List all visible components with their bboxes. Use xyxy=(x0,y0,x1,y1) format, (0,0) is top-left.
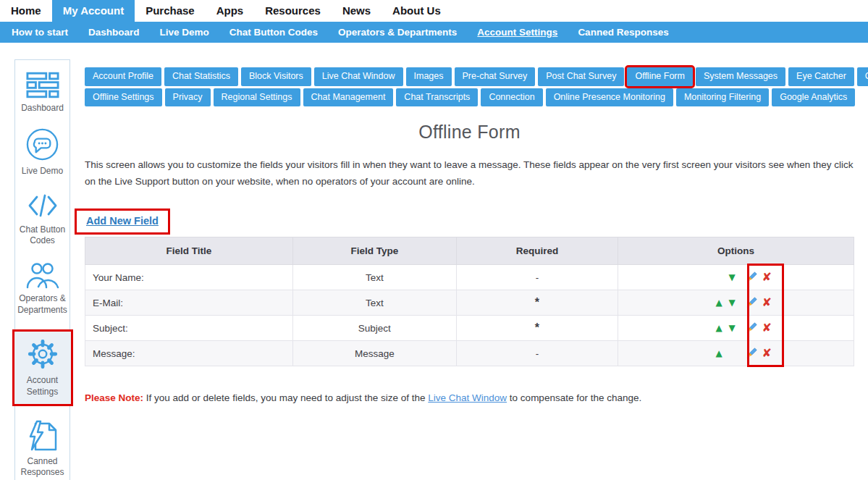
required-cell: * xyxy=(456,290,618,316)
delete-x-icon[interactable]: ✘ xyxy=(762,322,772,334)
fields-table: Field Title Field Type Required Options … xyxy=(85,237,854,366)
move-up-icon[interactable]: ▲ xyxy=(714,323,725,333)
required-cell: - xyxy=(456,341,618,366)
options-cell: ▲ ▼ ✘ xyxy=(618,265,854,290)
options-cell: ▲ ▼ ✘ xyxy=(618,341,854,366)
sidebar-item-live-demo[interactable]: Live Demo xyxy=(15,127,69,177)
delete-x-icon[interactable]: ✘ xyxy=(762,271,772,283)
sub-nav-account-settings[interactable]: Account Settings xyxy=(467,22,568,43)
top-nav-news[interactable]: News xyxy=(332,0,382,22)
col-header-field-title: Field Title xyxy=(85,237,293,265)
table-row: Message: Message - ▲ ▼ ✘ xyxy=(85,341,854,366)
move-down-icon[interactable]: ▼ xyxy=(727,272,738,282)
delete-x-icon[interactable]: ✘ xyxy=(762,297,772,308)
tab-monitoring-filtering[interactable]: Monitoring Filtering xyxy=(676,88,769,107)
col-header-options: Options xyxy=(618,237,854,265)
sub-nav-canned-responses[interactable]: Canned Responses xyxy=(568,22,678,43)
sidebar: Dashboard Live Demo xyxy=(14,59,70,480)
tab-chat-invitation[interactable]: Chat Invitation xyxy=(857,67,868,86)
tab-chat-management[interactable]: Chat Management xyxy=(303,88,394,107)
options-cell: ▲ ▼ ✘ xyxy=(618,316,854,341)
sub-nav-live-demo[interactable]: Live Demo xyxy=(150,22,219,43)
sidebar-item-canned-responses[interactable]: Canned Responses xyxy=(15,420,69,479)
settings-tabs-row-1: Account Profile Chat Statistics Block Vi… xyxy=(85,67,854,86)
edit-pencil-icon[interactable] xyxy=(745,348,757,360)
sub-nav-how-to-start[interactable]: How to start xyxy=(1,22,78,43)
sidebar-item-label: Operators & Departments xyxy=(15,293,69,316)
code-icon xyxy=(25,191,60,220)
please-note-label: Please Note: xyxy=(85,392,143,403)
note-text-after: to compensate for the change. xyxy=(507,392,641,403)
field-type-cell: Message xyxy=(292,341,456,366)
tab-chat-statistics[interactable]: Chat Statistics xyxy=(164,67,238,86)
field-title-cell: Message: xyxy=(85,341,293,366)
move-down-icon[interactable]: ▼ xyxy=(727,323,738,333)
settings-tabs-row-2: Offline Settings Privacy Regional Settin… xyxy=(85,88,854,107)
tab-eye-catcher[interactable]: Eye Catcher xyxy=(788,67,854,86)
sidebar-item-chat-button-codes[interactable]: Chat Button Codes xyxy=(15,191,69,247)
note-text-before: If you add or delete fields, you may nee… xyxy=(143,392,428,403)
sidebar-item-label: Chat Button Codes xyxy=(15,224,69,247)
top-nav-about-us[interactable]: About Us xyxy=(382,0,452,22)
tab-connection[interactable]: Connection xyxy=(481,88,542,107)
table-row: Your Name: Text - ▲ ▼ ✘ xyxy=(85,265,854,290)
required-cell: - xyxy=(456,265,618,290)
table-row: E-Mail: Text * ▲ ▼ ✘ xyxy=(85,290,854,316)
main-content: Account Profile Chat Statistics Block Vi… xyxy=(70,43,868,403)
tab-live-chat-window[interactable]: Live Chat Window xyxy=(314,67,403,86)
tab-regional-settings[interactable]: Regional Settings xyxy=(214,88,300,107)
options-cell: ▲ ▼ ✘ xyxy=(618,290,854,316)
delete-x-icon[interactable]: ✘ xyxy=(762,348,772,359)
edit-pencil-icon[interactable] xyxy=(745,297,757,309)
page-description: This screen allows you to customize the … xyxy=(85,156,854,190)
tab-google-analytics[interactable]: Google Analytics xyxy=(772,88,855,107)
chat-bubble-icon xyxy=(25,127,59,161)
tab-block-visitors[interactable]: Block Visitors xyxy=(241,67,311,86)
tab-pre-chat-survey[interactable]: Pre-chat Survey xyxy=(455,67,536,86)
sidebar-item-account-settings[interactable]: Account Settings xyxy=(12,329,73,406)
sidebar-item-operators-departments[interactable]: Operators & Departments xyxy=(15,260,69,316)
top-nav-my-account[interactable]: My Account xyxy=(52,0,135,22)
tab-online-presence-monitoring[interactable]: Online Presence Monitoring xyxy=(546,88,673,107)
col-header-field-type: Field Type xyxy=(292,237,456,265)
top-nav-home[interactable]: Home xyxy=(0,0,52,22)
tab-system-messages[interactable]: System Messages xyxy=(696,67,785,86)
move-down-icon[interactable]: ▼ xyxy=(727,298,738,308)
tab-chat-transcripts[interactable]: Chat Transcripts xyxy=(396,88,478,107)
sidebar-item-label: Account Settings xyxy=(16,375,69,397)
tab-images[interactable]: Images xyxy=(406,67,452,86)
edit-pencil-icon[interactable] xyxy=(745,322,757,334)
please-note: Please Note: If you add or delete fields… xyxy=(85,392,854,403)
field-title-cell: E-Mail: xyxy=(85,290,293,316)
field-type-cell: Text xyxy=(292,265,456,290)
move-up-icon[interactable]: ▲ xyxy=(714,348,725,358)
add-new-field-link[interactable]: Add New Field xyxy=(86,215,159,227)
table-header-row: Field Title Field Type Required Options xyxy=(85,237,854,265)
field-title-cell: Subject: xyxy=(85,316,293,341)
live-chat-window-link[interactable]: Live Chat Window xyxy=(428,392,507,403)
tab-privacy[interactable]: Privacy xyxy=(165,88,211,107)
field-title-cell: Your Name: xyxy=(85,265,293,290)
lightning-page-icon xyxy=(25,420,60,452)
sub-nav-chat-button-codes[interactable]: Chat Button Codes xyxy=(219,22,328,43)
top-nav-purchase[interactable]: Purchase xyxy=(135,0,206,22)
sub-nav-operators-departments[interactable]: Operators & Departments xyxy=(328,22,467,43)
sidebar-item-label: Canned Responses xyxy=(15,456,69,479)
move-up-icon[interactable]: ▲ xyxy=(714,298,725,308)
page-title: Offline Form xyxy=(85,122,854,143)
users-icon xyxy=(25,260,60,289)
tab-offline-settings[interactable]: Offline Settings xyxy=(85,88,162,107)
sub-nav-dashboard[interactable]: Dashboard xyxy=(78,22,150,43)
tab-post-chat-survey[interactable]: Post Chat Survey xyxy=(538,67,624,86)
col-header-required: Required xyxy=(456,237,618,265)
tab-offline-form[interactable]: Offline Form xyxy=(627,67,693,86)
top-nav-resources[interactable]: Resources xyxy=(254,0,332,22)
table-row: Subject: Subject * ▲ ▼ ✘ xyxy=(85,316,854,341)
top-nav: Home My Account Purchase Apps Resources … xyxy=(0,0,868,22)
edit-pencil-icon[interactable] xyxy=(745,271,757,284)
sidebar-item-dashboard[interactable]: Dashboard xyxy=(15,72,69,114)
top-nav-apps[interactable]: Apps xyxy=(206,0,255,22)
gear-icon xyxy=(26,337,59,371)
required-cell: * xyxy=(456,316,618,341)
tab-account-profile[interactable]: Account Profile xyxy=(85,67,161,86)
